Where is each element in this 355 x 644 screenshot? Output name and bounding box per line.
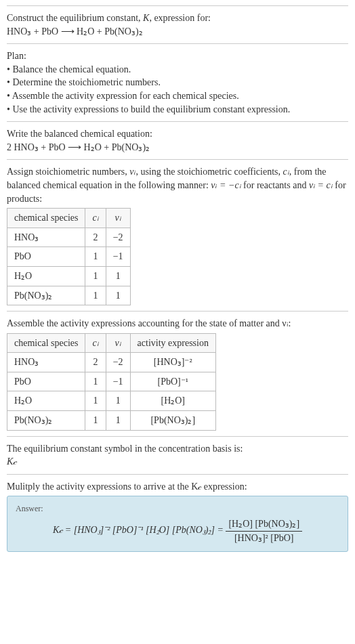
title-line: Construct the equilibrium constant, K, e… <box>7 12 348 25</box>
balanced-section: Write the balanced chemical equation: 2 … <box>7 121 348 159</box>
answer-fraction: [H₂O] [Pb(NO₃)₂] [HNO₃]² [PbO] <box>226 517 302 544</box>
table-header-row: chemical species cᵢ νᵢ activity expressi… <box>7 333 216 353</box>
table-row: Pb(NO₃)₂ 1 1 [Pb(NO₃)₂] <box>7 411 216 431</box>
activity-table: chemical species cᵢ νᵢ activity expressi… <box>7 333 216 431</box>
rel-react: νᵢ = −cᵢ <box>211 180 241 190</box>
cell-species: Pb(NO₃)₂ <box>7 286 85 305</box>
activity-heading: Assemble the activity expressions accoun… <box>7 317 348 330</box>
stoich-section: Assign stoichiometric numbers, νᵢ, using… <box>7 159 348 311</box>
cell-nui: −1 <box>106 372 130 391</box>
cell-ci: 1 <box>85 247 106 267</box>
cell-nui: 1 <box>106 266 130 286</box>
answer-left: K𝒸 = [HNO₃]⁻² [PbO]⁻¹ [H₂O] [Pb(NO₃)₂] = <box>53 525 226 536</box>
stoich-t2: , using the stoichiometric coefficients, <box>135 167 283 177</box>
cell-nui: 1 <box>106 286 130 305</box>
table-row: PbO 1 −1 [PbO]⁻¹ <box>7 372 216 391</box>
table-row: HNO₃ 2 −2 <box>7 228 131 247</box>
cell-nui: 1 <box>106 391 130 411</box>
cell-activity: [PbO]⁻¹ <box>130 372 215 391</box>
cell-ci: 1 <box>85 391 106 411</box>
cell-activity: [H₂O] <box>130 391 215 411</box>
col-species: chemical species <box>7 333 85 353</box>
cell-nui: 1 <box>106 411 130 431</box>
kc-symbol-section: The equilibrium constant symbol in the c… <box>7 436 348 474</box>
col-nui: νᵢ <box>106 333 130 353</box>
cell-species: H₂O <box>7 391 85 411</box>
cell-activity: [Pb(NO₃)₂] <box>130 411 215 431</box>
cell-species: HNO₃ <box>7 228 85 247</box>
answer-expression: K𝒸 = [HNO₃]⁻² [PbO]⁻¹ [H₂O] [Pb(NO₃)₂] =… <box>16 517 339 544</box>
table-row: PbO 1 −1 <box>7 247 131 267</box>
answer-box: Answer: K𝒸 = [HNO₃]⁻² [PbO]⁻¹ [H₂O] [Pb(… <box>7 496 348 552</box>
K-symbol: K <box>143 13 149 23</box>
plan-item: • Determine the stoichiometric numbers. <box>7 76 348 89</box>
cell-ci: 1 <box>85 286 106 305</box>
col-activity: activity expression <box>130 333 215 353</box>
activity-section: Assemble the activity expressions accoun… <box>7 311 348 436</box>
unbalanced-equation: HNO₃ + PbO ⟶ H₂O + Pb(NO₃)₂ <box>7 25 348 39</box>
multiply-heading: Mulitply the activity expressions to arr… <box>7 480 348 494</box>
cell-ci: 1 <box>85 411 106 431</box>
cell-ci: 2 <box>85 353 106 372</box>
cell-species: PbO <box>7 247 85 267</box>
table-row: Pb(NO₃)₂ 1 1 <box>7 286 131 305</box>
col-nui: νᵢ <box>106 209 130 228</box>
cell-nui: −2 <box>106 228 130 247</box>
title-section: Construct the equilibrium constant, K, e… <box>7 5 348 43</box>
cell-species: Pb(NO₃)₂ <box>7 411 85 431</box>
col-ci: cᵢ <box>85 209 106 228</box>
title-part1: Construct the equilibrium constant, <box>7 13 143 23</box>
cell-ci: 1 <box>85 372 106 391</box>
col-species: chemical species <box>7 209 85 228</box>
balanced-heading: Write the balanced chemical equation: <box>7 127 348 141</box>
answer-denominator: [HNO₃]² [PbO] <box>226 532 302 545</box>
cell-nui: −2 <box>106 353 130 372</box>
stoich-text: Assign stoichiometric numbers, νᵢ, using… <box>7 165 348 205</box>
answer-numerator: [H₂O] [Pb(NO₃)₂] <box>226 517 302 532</box>
plan-heading: Plan: <box>7 49 348 63</box>
balanced-equation: 2 HNO₃ + PbO ⟶ H₂O + Pb(NO₃)₂ <box>7 141 348 154</box>
rel-prod: νᵢ = cᵢ <box>309 180 333 190</box>
cell-species: HNO₃ <box>7 353 85 372</box>
stoich-t1: Assign stoichiometric numbers, <box>7 167 129 177</box>
title-part2: , expression for: <box>149 13 211 23</box>
cell-nui: −1 <box>106 247 130 267</box>
cell-activity: [HNO₃]⁻² <box>130 353 215 372</box>
table-row: HNO₃ 2 −2 [HNO₃]⁻² <box>7 353 216 372</box>
cell-species: H₂O <box>7 266 85 286</box>
cell-ci: 2 <box>85 228 106 247</box>
stoich-table: chemical species cᵢ νᵢ HNO₃ 2 −2 PbO 1 −… <box>7 208 131 305</box>
answer-section: Mulitply the activity expressions to arr… <box>7 474 348 558</box>
cell-ci: 1 <box>85 266 106 286</box>
col-ci: cᵢ <box>85 333 106 353</box>
kc-heading: The equilibrium constant symbol in the c… <box>7 442 348 456</box>
plan-item: • Assemble the activity expression for e… <box>7 89 348 103</box>
stoich-t4: for reactants and <box>241 180 309 190</box>
answer-label: Answer: <box>16 503 339 515</box>
table-row: H₂O 1 1 <box>7 266 131 286</box>
table-header-row: chemical species cᵢ νᵢ <box>7 209 131 228</box>
plan-section: Plan: • Balance the chemical equation. •… <box>7 43 348 121</box>
c-i: cᵢ <box>283 167 289 177</box>
plan-item: • Use the activity expressions to build … <box>7 103 348 116</box>
table-row: H₂O 1 1 [H₂O] <box>7 391 216 411</box>
cell-species: PbO <box>7 372 85 391</box>
kc-symbol: K𝒸 <box>7 455 348 469</box>
plan-item: • Balance the chemical equation. <box>7 63 348 77</box>
